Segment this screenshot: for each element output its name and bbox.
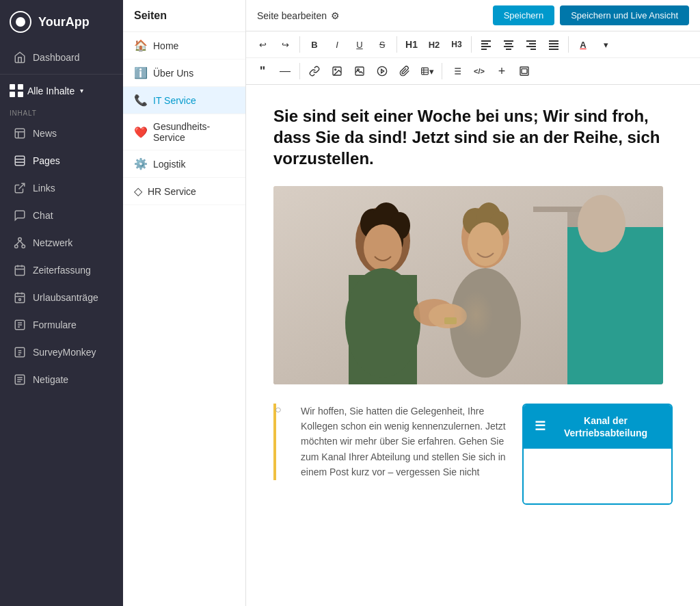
logistik-page-icon: ⚙️ — [134, 157, 148, 170]
list-button[interactable] — [446, 60, 468, 82]
table-button[interactable]: ▾ — [416, 60, 438, 82]
svg-rect-74 — [349, 275, 417, 384]
embed-button[interactable] — [513, 60, 535, 82]
svg-line-10 — [16, 241, 20, 245]
home-page-icon: 🏠 — [134, 39, 148, 52]
bottom-section: ○ Wir hoffen, Sie hatten die Gelegenheit… — [273, 404, 673, 505]
sidebar-item-netigate[interactable]: Netigate — [4, 367, 119, 393]
toolbar-divider-1 — [299, 36, 300, 53]
time-icon — [14, 264, 26, 276]
page-item-home[interactable]: 🏠 Home — [123, 32, 245, 60]
strikethrough-button[interactable]: S — [371, 34, 393, 55]
channel-icon: ☰ — [535, 419, 546, 434]
sidebar-item-dashboard[interactable]: Dashboard — [4, 44, 119, 70]
editor-area[interactable]: Sie sind seit einer Woche bei uns; Wir s… — [246, 85, 700, 606]
undo-button[interactable]: ↩ — [252, 34, 273, 55]
svg-rect-41 — [530, 49, 536, 50]
sidebar-item-links[interactable]: Links — [4, 175, 119, 201]
image-button[interactable] — [326, 60, 348, 82]
sidebar-item-pages[interactable]: Pages — [4, 148, 119, 174]
toolbar-divider-2 — [396, 36, 397, 53]
svg-point-67 — [355, 207, 410, 275]
font-color-arrow[interactable]: ▾ — [595, 34, 617, 55]
redo-button[interactable]: ↪ — [274, 34, 296, 55]
top-bar: Seite bearbeiten ⚙ Speichern Speichern u… — [246, 0, 700, 31]
app-name: YourApp — [38, 15, 90, 29]
blockquote-button[interactable]: " — [252, 60, 273, 82]
logo-icon — [10, 11, 31, 33]
app-logo[interactable]: YourApp — [0, 0, 123, 44]
media-button[interactable] — [349, 60, 371, 82]
svg-rect-33 — [481, 49, 487, 50]
page-item-hr[interactable]: ◇ HR Service — [123, 178, 245, 205]
editor-image — [273, 186, 663, 384]
svg-rect-52 — [422, 68, 429, 75]
svg-rect-63 — [522, 69, 527, 74]
save-live-button[interactable]: Speichern und Live Ansicht — [560, 5, 689, 25]
h3-button[interactable]: H3 — [446, 34, 468, 55]
sidebar-item-formulare[interactable]: Formulare — [4, 312, 119, 338]
sidebar-item-news[interactable]: News — [4, 120, 119, 146]
editor-heading[interactable]: Sie sind seit einer Woche bei uns; Wir s… — [273, 105, 673, 170]
align-center-button[interactable] — [498, 34, 520, 55]
bold-button[interactable]: B — [304, 34, 325, 55]
save-button[interactable]: Speichern — [493, 5, 555, 25]
settings-icon[interactable]: ⚙ — [331, 10, 340, 21]
dashboard-label: Dashboard — [33, 52, 80, 63]
h1-button[interactable]: H1 — [401, 34, 422, 55]
attachment-button[interactable] — [394, 60, 416, 82]
svg-point-9 — [22, 245, 25, 248]
svg-point-79 — [489, 211, 509, 236]
hr-button[interactable]: — — [274, 60, 296, 82]
h2-button[interactable]: H2 — [423, 34, 445, 55]
page-item-it-service[interactable]: 📞 IT Service — [123, 87, 245, 114]
sidebar-item-urlaubsantraege[interactable]: Urlaubsanträge — [4, 285, 119, 311]
align-left-button[interactable] — [475, 34, 497, 55]
toolbar-row-1: ↩ ↪ B I U S H1 H2 H3 A — [246, 31, 700, 58]
svg-point-85 — [578, 195, 625, 252]
channel-card-button[interactable]: ☰ Kanal der Vertriebsabteilung — [524, 405, 671, 449]
svg-point-71 — [387, 228, 403, 253]
svg-rect-42 — [549, 40, 558, 42]
page-item-gesundheits[interactable]: ❤️ Gesundheits-Service — [123, 114, 245, 150]
channel-card[interactable]: ☰ Kanal der Vertriebsabteilung — [522, 404, 673, 505]
chat-label: Chat — [33, 210, 53, 221]
svg-point-68 — [360, 209, 385, 239]
svg-rect-31 — [481, 43, 488, 44]
add-button[interactable]: + — [491, 60, 513, 82]
main-content: Seite bearbeiten ⚙ Speichern Speichern u… — [246, 0, 700, 606]
underline-button[interactable]: U — [349, 34, 371, 55]
sidebar-item-chat[interactable]: Chat — [4, 202, 119, 228]
page-item-ueber-uns[interactable]: ℹ️ Über Uns — [123, 60, 245, 87]
sidebar-item-surveymonkey[interactable]: SurveyMonkey — [4, 339, 119, 365]
survey-icon — [14, 346, 26, 358]
network-icon — [14, 237, 26, 249]
svg-rect-43 — [549, 43, 558, 44]
align-right-button[interactable] — [520, 34, 542, 55]
left-sidebar: YourApp Dashboard Alle Inhalte ▾ INHALT … — [0, 0, 123, 606]
svg-rect-0 — [15, 129, 25, 138]
page-item-home-label: Home — [153, 40, 178, 51]
alle-inhalte-button[interactable]: Alle Inhalte ▾ — [0, 77, 123, 104]
pages-label: Pages — [33, 155, 60, 166]
photo-simulation — [273, 186, 663, 384]
sidebar-item-zeiterfassung[interactable]: Zeiterfassung — [4, 257, 119, 283]
channel-card-label: Kanal der Vertriebsabteilung — [551, 414, 660, 439]
link-button[interactable] — [304, 60, 325, 82]
justify-button[interactable] — [543, 34, 565, 55]
news-icon — [14, 127, 26, 140]
quote-text[interactable]: Wir hoffen, Sie hatten die Gelegenheit, … — [287, 404, 509, 480]
code-button[interactable]: </> — [468, 60, 490, 82]
hr-page-icon: ◇ — [134, 185, 142, 198]
netigate-label: Netigate — [33, 374, 68, 385]
sidebar-item-netzwerk[interactable]: Netzwerk — [4, 230, 119, 256]
netigate-icon — [14, 373, 26, 386]
svg-line-11 — [20, 241, 23, 245]
health-page-icon: ❤️ — [134, 126, 148, 139]
page-item-logistik[interactable]: ⚙️ Logistik — [123, 150, 245, 178]
svg-rect-32 — [481, 46, 491, 47]
video-button[interactable] — [371, 60, 393, 82]
italic-button[interactable]: I — [326, 34, 348, 55]
font-color-button[interactable]: A — [572, 34, 594, 55]
svg-rect-34 — [504, 40, 513, 42]
